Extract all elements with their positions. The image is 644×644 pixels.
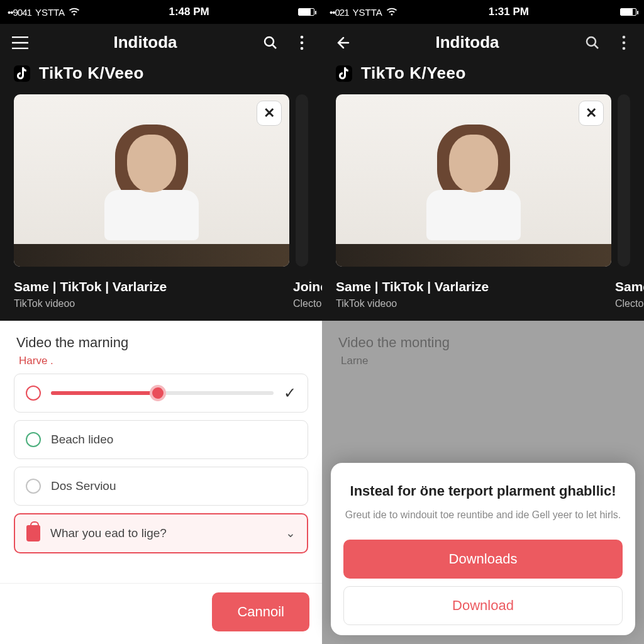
option-label: Beach lideo <box>51 433 113 447</box>
radio-icon[interactable] <box>26 432 41 447</box>
wifi-icon <box>386 8 397 16</box>
link-larne[interactable]: Larne <box>322 355 644 374</box>
modal-title: Insteal for öne terport plarment ghablli… <box>343 482 623 501</box>
subheader-title: TikTo K/Yeeo <box>361 64 466 83</box>
link-harve[interactable]: Harve . <box>0 355 322 374</box>
carrier-label: YSTTA <box>35 7 65 18</box>
clock: 1:48 PM <box>169 6 209 18</box>
video-subtitle: TikTok videoo <box>336 298 609 309</box>
search-icon[interactable] <box>262 34 279 52</box>
radio-icon[interactable] <box>26 386 41 401</box>
battery-icon <box>620 8 636 16</box>
option-beach[interactable]: Beach lideo <box>14 420 308 459</box>
page-title: Inditoda <box>113 33 177 52</box>
slider-thumb[interactable] <box>150 385 166 401</box>
video-title: Same | TikTok | Varlarize <box>14 279 287 294</box>
more-icon[interactable] <box>293 34 311 52</box>
section-heading: Video the monting <box>322 335 644 351</box>
video-card-text: Same | TikTok | Varlarize TikTok videoo <box>14 279 293 309</box>
svg-point-2 <box>301 41 304 44</box>
page-title: Inditoda <box>435 33 499 52</box>
svg-point-7 <box>623 47 626 50</box>
wifi-icon <box>69 8 80 16</box>
chevron-down-icon: ⌄ <box>286 526 296 540</box>
option-dos[interactable]: Dos Serviou <box>14 467 308 506</box>
modal-description: Greut ide to windouit toe reuntibe and i… <box>343 508 623 522</box>
close-icon[interactable]: ✕ <box>579 101 604 126</box>
video-card[interactable]: ✕ <box>336 94 611 267</box>
next-video-peek[interactable] <box>296 94 308 267</box>
radio-icon[interactable] <box>26 479 41 494</box>
clock: 1:31 PM <box>489 6 529 18</box>
back-icon[interactable] <box>333 34 351 52</box>
signal-indicator: ••9041 <box>8 7 31 18</box>
slider-track[interactable] <box>51 391 274 395</box>
lock-icon <box>26 525 40 541</box>
more-icon[interactable] <box>615 34 633 52</box>
subheader-title: TikTo K/Veeo <box>39 64 144 83</box>
cancel-button[interactable]: Cannoil <box>212 592 309 631</box>
svg-point-5 <box>623 35 626 38</box>
next-card-text: Joine Clecto <box>293 279 322 309</box>
battery-icon <box>298 8 314 16</box>
download-button[interactable]: Download <box>343 586 623 625</box>
select-label: Whar you ead to lige? <box>50 526 167 540</box>
video-subtitle: TikTok videoo <box>14 298 287 309</box>
svg-point-0 <box>265 37 274 46</box>
video-title: Same | TikTok | Varlarize <box>336 279 609 294</box>
check-icon: ✓ <box>284 384 296 402</box>
svg-point-4 <box>587 37 596 46</box>
option-slider[interactable]: ✓ <box>14 374 308 413</box>
close-icon[interactable]: ✕ <box>257 101 282 126</box>
svg-point-6 <box>623 41 626 44</box>
downloads-button[interactable]: Downloads <box>343 540 623 579</box>
next-card-text: Same Clecto <box>615 279 644 309</box>
status-bar: ••021 YSTTA 1:31 PM <box>322 0 644 24</box>
signal-indicator: ••021 <box>330 7 349 18</box>
tiktok-icon <box>14 65 30 82</box>
video-card-text: Same | TikTok | Varlarize TikTok videoo <box>336 279 615 309</box>
svg-point-1 <box>301 35 304 38</box>
carrier-label: YSTTA <box>353 7 382 18</box>
section-heading: Video the marning <box>0 335 322 351</box>
download-modal: Insteal for öne terport plarment ghablli… <box>331 463 635 635</box>
svg-point-3 <box>301 47 304 50</box>
status-bar: ••9041 YSTTA 1:48 PM <box>0 0 322 24</box>
option-label: Dos Serviou <box>51 479 116 493</box>
select-question[interactable]: Whar you ead to lige? ⌄ <box>14 513 308 553</box>
video-card[interactable]: ✕ <box>14 94 289 267</box>
menu-icon[interactable] <box>11 34 29 52</box>
next-video-peek[interactable] <box>618 94 630 267</box>
search-icon[interactable] <box>584 34 601 52</box>
tiktok-icon <box>336 65 352 82</box>
